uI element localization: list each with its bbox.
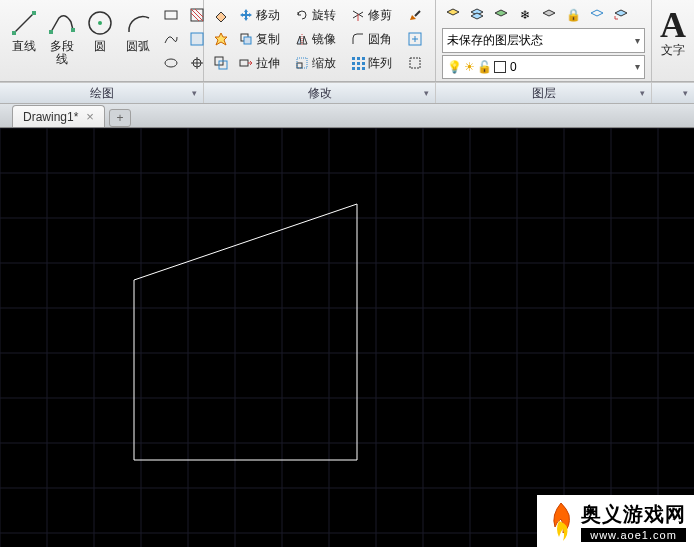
polyline-button[interactable]: 多段线 <box>44 4 80 79</box>
brush-button[interactable] <box>404 4 426 26</box>
svg-point-6 <box>98 21 102 25</box>
edit-icon <box>407 31 423 47</box>
fillet-button[interactable]: 圆角 <box>346 28 402 50</box>
layer-states-button[interactable] <box>466 4 488 26</box>
plus-icon: + <box>116 111 123 125</box>
offset-button[interactable] <box>210 52 232 74</box>
trim-button[interactable]: 修剪 <box>346 4 402 26</box>
svg-line-37 <box>415 11 420 16</box>
layer-freeze-button[interactable]: ❄ <box>514 4 536 26</box>
svg-rect-29 <box>357 57 360 60</box>
offset-icon <box>213 55 229 71</box>
tab-label: Drawing1* <box>23 110 78 124</box>
svg-rect-4 <box>71 28 75 32</box>
svg-rect-20 <box>244 37 251 44</box>
move-button[interactable]: 移动 <box>234 4 288 26</box>
tab-close-icon[interactable]: × <box>86 110 94 123</box>
layer-state-dropdown[interactable]: 未保存的图层状态 <box>442 28 645 53</box>
array-icon <box>351 56 365 70</box>
stretch-button[interactable]: 拉伸 <box>234 52 288 74</box>
layer-lock-button[interactable]: 🔒 <box>562 4 584 26</box>
svg-rect-1 <box>12 31 16 35</box>
svg-rect-21 <box>240 60 248 66</box>
panel-title-draw[interactable]: 绘图 <box>0 83 204 103</box>
erase-button[interactable] <box>210 4 232 26</box>
fillet-icon <box>351 32 365 46</box>
svg-rect-34 <box>352 67 355 70</box>
rotate-button[interactable]: 旋转 <box>290 4 344 26</box>
panel-title-annot[interactable] <box>652 83 694 103</box>
layer-iso-button[interactable] <box>490 4 512 26</box>
line-label: 直线 <box>12 40 36 53</box>
layer-current-value: 0 <box>510 60 517 74</box>
stretch-icon <box>239 56 253 70</box>
scale-button[interactable]: 缩放 <box>290 52 344 74</box>
arc-button[interactable]: 圆弧 <box>120 4 156 79</box>
arc-label: 圆弧 <box>126 40 150 53</box>
edit-button[interactable] <box>404 28 426 50</box>
watermark-title: 奥义游戏网 <box>581 501 686 528</box>
watermark-url: www.aoe1.com <box>581 528 686 542</box>
text-icon: A <box>660 7 686 43</box>
layer-current-dropdown[interactable]: 💡 ☀ 🔓 0 <box>442 55 645 80</box>
svg-line-0 <box>14 13 34 33</box>
layer-iso-icon <box>493 7 509 23</box>
color-swatch <box>494 61 506 73</box>
line-button[interactable]: 直线 <box>6 4 42 79</box>
layer-off-icon <box>541 7 557 23</box>
circle-button[interactable]: 圆 <box>82 4 118 79</box>
clip-button[interactable] <box>404 52 426 74</box>
svg-line-12 <box>195 9 203 17</box>
svg-point-8 <box>165 59 177 67</box>
copy-button[interactable]: 复制 <box>234 28 288 50</box>
svg-rect-3 <box>49 30 53 34</box>
panel-layer: ❄ 🔒 未保存的图层状态 💡 ☀ 🔓 0 <box>436 0 652 81</box>
flame-icon <box>545 501 577 545</box>
bulb-icon: 💡 <box>447 60 462 74</box>
layer-props-button[interactable] <box>442 4 464 26</box>
spline-button[interactable] <box>160 28 182 50</box>
clip-icon <box>407 55 423 71</box>
copy-icon <box>239 32 253 46</box>
layer-off-button[interactable] <box>538 4 560 26</box>
grid <box>0 128 694 547</box>
svg-rect-33 <box>362 62 365 65</box>
tab-drawing1[interactable]: Drawing1* × <box>12 105 105 127</box>
layer-state-value: 未保存的图层状态 <box>447 32 543 49</box>
svg-rect-30 <box>362 57 365 60</box>
rectangle-button[interactable] <box>160 4 182 26</box>
ellipse-button[interactable] <box>160 52 182 74</box>
unlock-icon: 🔓 <box>477 60 492 74</box>
explode-button[interactable] <box>210 28 232 50</box>
text-button[interactable]: A 文字 <box>655 4 691 60</box>
drawing-canvas[interactable]: 奥义游戏网 www.aoe1.com <box>0 128 694 547</box>
lock-icon: 🔒 <box>566 8 581 22</box>
array-label: 阵列 <box>368 55 392 72</box>
circle-label: 圆 <box>94 40 106 53</box>
layer-prev-button[interactable] <box>610 4 632 26</box>
polyline-label: 多段线 <box>45 40 79 66</box>
trim-icon <box>351 8 365 22</box>
layer-match-button[interactable] <box>586 4 608 26</box>
panel-title-bar: 绘图 修改 图层 <box>0 82 694 104</box>
layer-prev-icon <box>613 7 629 23</box>
svg-rect-32 <box>357 62 360 65</box>
array-button[interactable]: 阵列 <box>346 52 402 74</box>
erase-icon <box>213 7 229 23</box>
mirror-button[interactable]: 镜像 <box>290 28 344 50</box>
fillet-label: 圆角 <box>368 31 392 48</box>
watermark: 奥义游戏网 www.aoe1.com <box>537 495 694 547</box>
ribbon: 直线 多段线 圆 圆弧 <box>0 0 694 82</box>
point-icon <box>189 55 205 71</box>
svg-rect-39 <box>410 58 420 68</box>
svg-rect-2 <box>32 11 36 15</box>
panel-title-modify[interactable]: 修改 <box>204 83 436 103</box>
panel-title-layer[interactable]: 图层 <box>436 83 652 103</box>
stretch-label: 拉伸 <box>256 55 280 72</box>
svg-rect-35 <box>357 67 360 70</box>
layer-match-icon <box>589 7 605 23</box>
move-icon <box>239 8 253 22</box>
new-tab-button[interactable]: + <box>109 109 131 127</box>
move-label: 移动 <box>256 7 280 24</box>
layer-states-icon <box>469 7 485 23</box>
